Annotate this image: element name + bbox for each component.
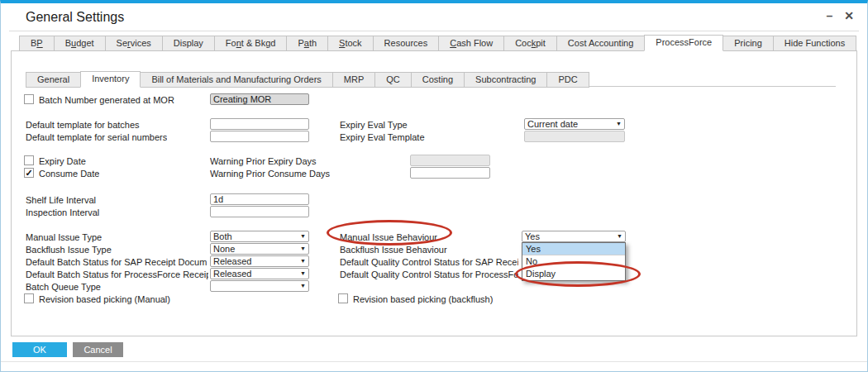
tab-cash-flow[interactable]: Cash Flow [438, 36, 504, 51]
default-template-batches-label: Default template for batches [26, 120, 140, 130]
footer-separator [1, 361, 867, 362]
expiry-eval-template-field [524, 131, 625, 142]
consume-date-checkbox[interactable]: ✓ [24, 168, 34, 178]
expiry-date-checkbox[interactable] [24, 155, 34, 165]
default-batch-status-pf-label: Default Batch Status for ProcessForce Re… [26, 269, 208, 279]
backflush-issue-type-dropdown[interactable]: None ▼ [210, 243, 309, 255]
dropdown-option-no[interactable]: No [522, 255, 625, 268]
backflush-issue-behaviour-label: Backflush Issue Behaviour [340, 245, 447, 255]
tab-bp[interactable]: BP [19, 36, 55, 51]
expiry-eval-type-value: Current date [527, 119, 578, 129]
default-batch-status-sap-label: Default Batch Status for SAP Receipt Doc… [26, 257, 207, 267]
window-controls: – ✕ [826, 8, 854, 23]
tab-subcontracting[interactable]: Subcontracting [464, 72, 547, 88]
tab-bill-of-materials-and-manufacturing-orders[interactable]: Bill of Materials and Manufacturing Orde… [140, 72, 332, 88]
default-batch-status-sap-value: Released [213, 256, 251, 266]
inspection-interval-input[interactable] [210, 206, 309, 217]
tab-general[interactable]: General [26, 72, 81, 88]
default-qc-status-sap-label: Default Quality Control Status for SAP R… [340, 257, 518, 267]
manual-issue-type-label: Manual Issue Type [26, 232, 102, 242]
chevron-down-icon: ▼ [300, 269, 306, 279]
warning-prior-consume-input[interactable] [410, 167, 490, 179]
expiry-date-label: Expiry Date [39, 156, 86, 166]
minimize-icon[interactable]: – [826, 8, 832, 23]
warning-prior-consume-label: Warning Prior Consume Days [210, 169, 330, 179]
consume-date-label: Consume Date [39, 169, 99, 179]
tab-inventory[interactable]: Inventory [80, 71, 141, 88]
default-batch-status-pf-dropdown[interactable]: Released ▼ [210, 268, 309, 279]
chevron-down-icon: ▼ [616, 119, 622, 129]
revision-picking-manual-label: Revision based picking (Manual) [39, 294, 170, 304]
tab-stock[interactable]: Stock [327, 36, 374, 51]
general-settings-window: General Settings – ✕ BPBudgetServicesDis… [0, 0, 868, 372]
window-title: General Settings [26, 10, 124, 25]
backflush-issue-type-label: Backflush Issue Type [26, 245, 112, 255]
revision-picking-manual-checkbox[interactable] [24, 293, 34, 303]
secondary-tab-bar: GeneralInventoryBill of Materials and Ma… [26, 71, 589, 88]
manual-issue-behaviour-dropdown[interactable]: Yes ▼ [522, 231, 626, 242]
tab-display[interactable]: Display [162, 36, 215, 51]
ok-button[interactable]: OK [12, 342, 67, 357]
revision-picking-backflush-checkbox[interactable] [338, 293, 348, 303]
tab-pdc[interactable]: PDC [546, 72, 589, 88]
expiry-eval-type-dropdown[interactable]: Current date ▼ [524, 118, 625, 130]
manual-issue-behaviour-label: Manual Issue Behaviour [340, 232, 437, 242]
manual-issue-type-value: Both [213, 231, 232, 241]
dropdown-option-yes[interactable]: Yes [522, 243, 625, 255]
chevron-down-icon: ▼ [300, 244, 306, 254]
chevron-down-icon: ▼ [300, 231, 306, 241]
batch-number-mor-label: Batch Number generated at MOR [39, 95, 174, 105]
manual-issue-type-dropdown[interactable]: Both ▼ [210, 231, 309, 242]
tab-budget[interactable]: Budget [54, 36, 106, 51]
shelf-life-interval-label: Shelf Life Interval [26, 195, 96, 205]
tab-cost-accounting[interactable]: Cost Accounting [556, 36, 646, 51]
tab-costing[interactable]: Costing [411, 72, 465, 88]
batch-queue-type-label: Batch Queue Type [26, 282, 101, 292]
warning-prior-expiry-label: Warning Prior Expiry Days [210, 156, 317, 166]
default-qc-status-pf-label: Default Quality Control Status for Proce… [340, 269, 518, 279]
tab-services[interactable]: Services [105, 36, 163, 51]
tab-mrp[interactable]: MRP [332, 72, 375, 88]
chevron-down-icon: ▼ [617, 231, 622, 241]
title-separator [9, 31, 859, 31]
expiry-eval-type-label: Expiry Eval Type [340, 120, 408, 130]
expiry-eval-template-label: Expiry Eval Template [340, 132, 425, 142]
dropdown-option-display[interactable]: Display [522, 268, 625, 280]
chevron-down-icon: ▼ [300, 281, 306, 291]
default-batch-status-sap-dropdown[interactable]: Released ▼ [210, 255, 309, 267]
manual-issue-behaviour-value: Yes [525, 231, 540, 241]
chevron-down-icon: ▼ [300, 256, 306, 266]
batch-queue-type-dropdown[interactable]: ▼ [210, 280, 309, 292]
tab-font-bkgd[interactable]: Font & Bkgd [214, 36, 288, 51]
default-template-serial-input[interactable] [210, 131, 309, 142]
tab-resources[interactable]: Resources [373, 36, 440, 51]
tab-hide-functions[interactable]: Hide Functions [773, 36, 856, 51]
default-template-batches-input[interactable] [210, 118, 309, 130]
default-template-serial-label: Default template for serial numbers [26, 132, 167, 142]
manual-issue-behaviour-option-list: YesNoDisplay [522, 242, 626, 281]
tab-cockpit[interactable]: Cockpit [503, 36, 557, 51]
tab-qc[interactable]: QC [374, 72, 412, 88]
shelf-life-interval-input[interactable] [210, 193, 309, 205]
tab-pricing[interactable]: Pricing [723, 36, 774, 51]
warning-prior-expiry-field [410, 155, 490, 166]
tab-processforce[interactable]: ProcessForce [644, 35, 723, 51]
batch-number-mor-checkbox[interactable] [24, 94, 34, 104]
tab-path[interactable]: Path [286, 36, 328, 51]
inspection-interval-label: Inspection Interval [26, 207, 99, 217]
batch-number-mor-source-field [210, 93, 309, 105]
default-batch-status-pf-value: Released [213, 269, 251, 279]
cancel-button[interactable]: Cancel [73, 342, 123, 357]
backflush-issue-type-value: None [213, 244, 235, 254]
revision-picking-backflush-label: Revision based picking (backflush) [353, 294, 493, 304]
primary-tab-bar: BPBudgetServicesDisplayFont & BkgdPathSt… [19, 35, 856, 51]
close-icon[interactable]: ✕ [844, 8, 854, 23]
